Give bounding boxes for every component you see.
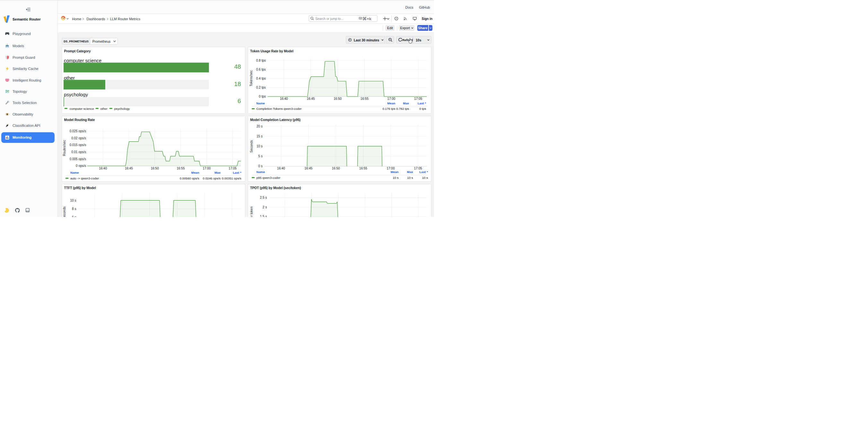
svg-text:s per token: s per token: [250, 207, 253, 217]
svg-text:psychology: psychology: [114, 107, 130, 111]
svg-text:20 s: 20 s: [256, 124, 262, 128]
svg-text:Mean: Mean: [390, 170, 398, 174]
svg-text:Max: Max: [403, 101, 409, 105]
svg-text:6 s: 6 s: [72, 215, 76, 217]
svg-text:0.6 tps: 0.6 tps: [256, 68, 266, 71]
svg-text:Tokens/sec: Tokens/sec: [249, 70, 253, 86]
svg-text:10 s: 10 s: [393, 176, 398, 179]
svg-text:Last *: Last *: [417, 101, 426, 105]
svg-text:Name: Name: [256, 170, 265, 174]
svg-text:16:45: 16:45: [307, 97, 315, 101]
svg-text:48: 48: [234, 63, 241, 70]
svg-text:17:00: 17:00: [387, 97, 395, 101]
svg-text:other: other: [64, 75, 75, 81]
svg-text:16:50: 16:50: [332, 166, 340, 170]
svg-text:0.4 tps: 0.4 tps: [256, 77, 266, 80]
svg-text:16:55: 16:55: [177, 166, 185, 170]
svg-text:0.02 ops/s: 0.02 ops/s: [71, 136, 86, 140]
svg-text:17:00: 17:00: [386, 166, 395, 170]
svg-text:16:55: 16:55: [359, 166, 367, 170]
svg-text:Max: Max: [214, 171, 220, 174]
svg-text:0 s: 0 s: [258, 164, 262, 168]
svg-text:Last *: Last *: [233, 171, 241, 174]
svg-text:2 s: 2 s: [262, 205, 267, 209]
svg-text:1.5 s: 1.5 s: [260, 215, 267, 217]
svg-text:0.025 ops/s: 0.025 ops/s: [70, 129, 86, 132]
svg-text:Last *: Last *: [419, 170, 428, 174]
svg-text:17:05: 17:05: [228, 166, 237, 170]
svg-text:0 ops/s: 0 ops/s: [76, 164, 86, 167]
svg-text:Name: Name: [256, 101, 265, 105]
svg-text:Completion Tokens qwen3-coder: Completion Tokens qwen3-coder: [256, 107, 302, 111]
svg-text:0.005 ops/s: 0.005 ops/s: [70, 157, 86, 160]
svg-text:0.0246 ops/s: 0.0246 ops/s: [203, 176, 220, 180]
svg-text:?: ?: [396, 17, 397, 20]
svg-text:10 s: 10 s: [422, 176, 428, 179]
svg-text:Max: Max: [407, 170, 413, 174]
svg-text:16:50: 16:50: [334, 97, 342, 101]
svg-text:5 s: 5 s: [258, 154, 262, 158]
svg-text:17:00: 17:00: [203, 166, 211, 170]
svg-text:17:05: 17:05: [414, 97, 422, 101]
svg-text:Mean: Mean: [387, 101, 395, 105]
svg-text:0 tps: 0 tps: [419, 107, 426, 111]
svg-text:0.782 tps: 0.782 tps: [396, 107, 409, 111]
svg-text:0.8 tps: 0.8 tps: [256, 59, 266, 62]
svg-text:16:40: 16:40: [277, 166, 285, 170]
svg-text:16:50: 16:50: [151, 166, 159, 170]
svg-text:other: other: [100, 107, 107, 111]
svg-text:8 s: 8 s: [72, 207, 76, 211]
svg-text:17:05: 17:05: [414, 166, 422, 170]
svg-text:15 s: 15 s: [256, 134, 262, 138]
svg-text:16:45: 16:45: [125, 166, 133, 170]
svg-text:Mean: Mean: [191, 171, 199, 174]
svg-text:10 s: 10 s: [407, 176, 413, 179]
svg-text:6: 6: [238, 98, 241, 104]
svg-text:0.2 tps: 0.2 tps: [256, 86, 266, 89]
svg-text:auto -> qwen3-coder: auto -> qwen3-coder: [70, 176, 99, 180]
svg-text:0.00560 ops/s: 0.00560 ops/s: [180, 176, 199, 180]
svg-text:Name: Name: [70, 171, 79, 174]
svg-text:0.00351 ops/s: 0.00351 ops/s: [222, 176, 241, 180]
svg-text:p95 qwen3-coder: p95 qwen3-coder: [256, 176, 281, 179]
svg-text:Routes/sec: Routes/sec: [62, 140, 66, 156]
svg-text:computer science: computer science: [70, 107, 94, 111]
svg-text:16:45: 16:45: [304, 166, 312, 170]
svg-text:0 tps: 0 tps: [259, 95, 266, 98]
svg-text:0.176 tps: 0.176 tps: [382, 107, 395, 111]
svg-text:16:55: 16:55: [361, 97, 369, 101]
svg-text:0.01 ops/s: 0.01 ops/s: [71, 150, 86, 154]
svg-text:psychology: psychology: [64, 92, 88, 97]
svg-text:16:40: 16:40: [280, 97, 288, 101]
svg-text:computer science: computer science: [64, 58, 102, 63]
svg-text:10 s: 10 s: [70, 198, 76, 202]
svg-text:Seconds: Seconds: [62, 207, 66, 217]
svg-text:0.015 ops/s: 0.015 ops/s: [70, 143, 86, 147]
svg-text:Seconds: Seconds: [250, 140, 253, 153]
svg-text:2.5 s: 2.5 s: [260, 196, 267, 199]
svg-text:18: 18: [234, 81, 241, 87]
svg-text:16:40: 16:40: [99, 166, 107, 170]
svg-text:10 s: 10 s: [256, 145, 262, 148]
